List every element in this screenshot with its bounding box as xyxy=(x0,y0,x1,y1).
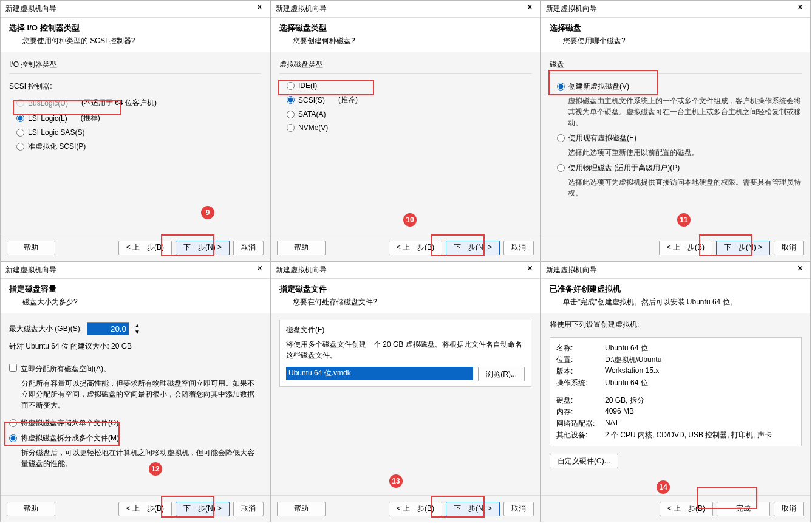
browse-button[interactable]: 浏览(R)... xyxy=(478,367,525,381)
radio-lsilogic[interactable]: LSI Logic(L) (推荐) xyxy=(9,111,261,126)
back-button[interactable]: < 上一步(B) xyxy=(118,502,172,516)
back-button[interactable]: < 上一步(B) xyxy=(660,502,713,516)
close-icon[interactable]: × xyxy=(252,2,267,13)
group-label: 磁盘 xyxy=(550,58,802,74)
radio-existing[interactable]: 使用现有虚拟磁盘(E) xyxy=(550,131,802,146)
group-label: I/O 控制器类型 xyxy=(9,58,261,74)
radio-input[interactable] xyxy=(557,164,565,172)
next-button[interactable]: 下一步(N) > xyxy=(446,241,500,255)
back-button[interactable]: < 上一步(B) xyxy=(659,241,712,255)
titlebar: 新建虚拟机向导 × xyxy=(541,262,810,279)
recommend-text: 针对 Ubuntu 64 位 的建议大小: 20 GB xyxy=(9,338,261,355)
radio-lsisas[interactable]: LSI Logic SAS(S) xyxy=(9,126,261,139)
annotation-badge: 13 xyxy=(389,474,403,488)
annotation-badge: 10 xyxy=(403,213,417,227)
cancel-button[interactable]: 取消 xyxy=(503,502,534,516)
close-icon[interactable]: × xyxy=(522,263,537,274)
page-subtitle: 您要使用哪个磁盘? xyxy=(550,36,802,46)
radio-input xyxy=(16,99,24,107)
wizard-footer: 帮助 < 上一步(B) 下一步(N) > 取消 xyxy=(271,234,540,261)
next-button[interactable]: 下一步(N) > xyxy=(716,241,770,255)
page-subtitle: 您要使用何种类型的 SCSI 控制器? xyxy=(9,36,261,46)
wizard-footer: 帮助 < 上一步(B) 下一步(N) > 取消 xyxy=(271,495,540,522)
cancel-button[interactable]: 取消 xyxy=(233,241,264,255)
help-button[interactable]: 帮助 xyxy=(277,241,326,255)
wizard-footer: < 上一步(B) 下一步(N) > 取消 xyxy=(541,234,810,261)
close-icon[interactable]: × xyxy=(252,263,267,274)
radio-single-file[interactable]: 将虚拟磁盘存储为单个文件(O) xyxy=(9,415,261,431)
cancel-button[interactable]: 取消 xyxy=(774,241,804,255)
page-subtitle: 您要在何处存储磁盘文件? xyxy=(279,297,531,307)
radio-input[interactable] xyxy=(287,82,295,90)
radio-split-file[interactable]: 将虚拟磁盘拆分成多个文件(M) xyxy=(9,431,261,446)
cancel-button[interactable]: 取消 xyxy=(233,502,264,516)
close-icon[interactable]: × xyxy=(522,2,537,13)
radio-ide[interactable]: IDE(I) xyxy=(279,79,531,92)
next-button[interactable]: 下一步(N) > xyxy=(176,502,230,516)
disk-file-input[interactable]: Ubuntu 64 位.vmdk xyxy=(286,367,473,380)
window-title: 新建虚拟机向导 xyxy=(276,4,327,14)
radio-input[interactable] xyxy=(16,114,24,122)
page-title: 指定磁盘容量 xyxy=(9,284,261,295)
cancel-button[interactable]: 取消 xyxy=(774,502,804,516)
window-title: 新建虚拟机向导 xyxy=(5,265,56,275)
help-button[interactable]: 帮助 xyxy=(7,502,55,516)
wizard-body: 将使用下列设置创建虚拟机: 名称:Ubuntu 64 位 位置:D:\虚拟机\U… xyxy=(541,313,810,495)
group-label: 磁盘文件(F) xyxy=(286,325,525,339)
radio-sata[interactable]: SATA(A) xyxy=(279,108,531,121)
back-button[interactable]: < 上一步(B) xyxy=(389,502,442,516)
alloc-now-checkbox[interactable] xyxy=(9,364,17,372)
titlebar: 新建虚拟机向导 × xyxy=(271,1,540,18)
close-icon[interactable]: × xyxy=(793,2,808,13)
wizard-pane-10: 新建虚拟机向导 × 选择磁盘类型 您要创建何种磁盘? 虚拟磁盘类型 IDE(I)… xyxy=(270,0,541,261)
wizard-body: 最大磁盘大小 (GB)(S): ▲▼ 针对 Ubuntu 64 位 的建议大小:… xyxy=(1,313,270,495)
back-button[interactable]: < 上一步(B) xyxy=(118,241,172,255)
wizard-header: 选择 I/O 控制器类型 您要使用何种类型的 SCSI 控制器? xyxy=(1,18,270,52)
radio-buslogic[interactable]: BusLogic(U) (不适用于 64 位客户机) xyxy=(9,95,261,111)
radio-input[interactable] xyxy=(16,129,24,137)
radio-input[interactable] xyxy=(557,83,565,91)
help-button[interactable]: 帮助 xyxy=(7,241,55,255)
radio-input[interactable] xyxy=(557,134,565,142)
wizard-footer: 帮助 < 上一步(B) 下一步(N) > 取消 xyxy=(1,495,270,522)
radio-scsi[interactable]: SCSI(S) (推荐) xyxy=(279,92,531,108)
radio-pvscsi[interactable]: 准虚拟化 SCSI(P) xyxy=(9,139,261,154)
next-button[interactable]: 下一步(N) > xyxy=(176,241,230,255)
radio-input[interactable] xyxy=(16,143,24,151)
radio-input[interactable] xyxy=(287,124,295,132)
annotation-badge: 11 xyxy=(677,213,691,227)
titlebar: 新建虚拟机向导 × xyxy=(1,262,270,279)
customize-hardware-button[interactable]: 自定义硬件(C)... xyxy=(550,454,618,468)
alloc-now-row[interactable]: 立即分配所有磁盘空间(A)。 xyxy=(9,361,261,377)
wizard-pane-11: 新建虚拟机向导 × 选择磁盘 您要使用哪个磁盘? 磁盘 创建新虚拟磁盘(V) 虚… xyxy=(541,0,811,261)
disk-size-input[interactable] xyxy=(87,322,129,335)
split-desc: 拆分磁盘后，可以更轻松地在计算机之间移动虚拟机，但可能会降低大容量磁盘的性能。 xyxy=(9,446,261,471)
finish-button[interactable]: 完成 xyxy=(717,502,770,516)
radio-create-new[interactable]: 创建新虚拟磁盘(V) xyxy=(550,79,802,94)
wizard-body: I/O 控制器类型 SCSI 控制器: BusLogic(U) (不适用于 64… xyxy=(1,52,270,234)
wizard-pane-9: 新建虚拟机向导 × 选择 I/O 控制器类型 您要使用何种类型的 SCSI 控制… xyxy=(0,0,270,261)
annotation-badge: 14 xyxy=(657,480,670,494)
create-new-desc: 虚拟磁盘由主机文件系统上的一个或多个文件组成，客户机操作系统会将其视为单个硬盘。… xyxy=(550,94,802,131)
radio-input[interactable] xyxy=(287,111,295,118)
scsi-controller-label: SCSI 控制器: xyxy=(9,79,261,95)
radio-physical[interactable]: 使用物理磁盘 (适用于高级用户)(P) xyxy=(550,160,802,176)
close-icon[interactable]: × xyxy=(793,263,808,274)
radio-input[interactable] xyxy=(9,419,17,427)
radio-input[interactable] xyxy=(287,96,295,104)
radio-input[interactable] xyxy=(9,434,17,442)
wizard-body: 磁盘文件(F) 将使用多个磁盘文件创建一个 20 GB 虚拟磁盘。将根据此文件名… xyxy=(271,313,540,495)
alloc-desc: 分配所有容量可以提高性能，但要求所有物理磁盘空间立即可用。如果不立即分配所有空间… xyxy=(9,377,261,415)
radio-nvme[interactable]: NVMe(V) xyxy=(279,121,531,134)
back-button[interactable]: < 上一步(B) xyxy=(389,241,442,255)
help-button[interactable]: 帮助 xyxy=(277,502,326,516)
titlebar: 新建虚拟机向导 × xyxy=(271,262,540,279)
annotation-badge: 9 xyxy=(201,206,214,219)
window-title: 新建虚拟机向导 xyxy=(546,4,597,14)
disk-file-desc: 将使用多个磁盘文件创建一个 20 GB 虚拟磁盘。将根据此文件名自动命名这些磁盘… xyxy=(286,339,525,367)
wizard-body: 磁盘 创建新虚拟磁盘(V) 虚拟磁盘由主机文件系统上的一个或多个文件组成，客户机… xyxy=(541,52,810,234)
next-button[interactable]: 下一步(N) > xyxy=(446,502,500,516)
wizard-header: 已准备好创建虚拟机 单击"完成"创建虚拟机。然后可以安装 Ubuntu 64 位… xyxy=(541,279,810,313)
wizard-header: 指定磁盘容量 磁盘大小为多少? xyxy=(1,279,270,313)
cancel-button[interactable]: 取消 xyxy=(503,241,534,255)
